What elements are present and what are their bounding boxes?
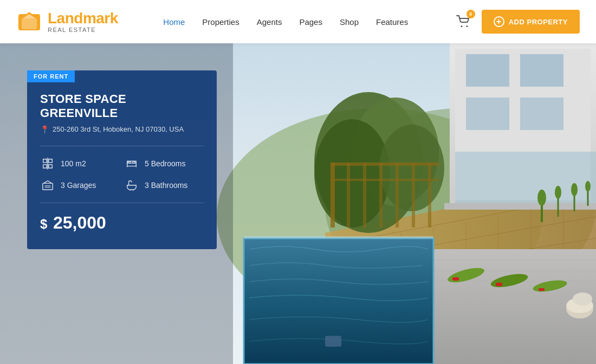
logo-subtitle: Real Estate xyxy=(48,27,118,33)
bath-icon xyxy=(124,178,139,193)
svg-point-6 xyxy=(466,25,468,27)
location-pin-icon: 📍 xyxy=(40,125,49,134)
svg-point-5 xyxy=(461,25,462,27)
spec-bedrooms: 5 Bedrooms xyxy=(124,156,204,171)
cart-badge: 0 xyxy=(467,10,475,18)
svg-rect-38 xyxy=(520,54,563,87)
nav-features[interactable]: Features xyxy=(376,17,408,27)
add-property-button[interactable]: + ADD PROPERTY xyxy=(482,10,580,34)
svg-point-64 xyxy=(573,292,592,306)
svg-rect-34 xyxy=(428,162,431,227)
svg-rect-80 xyxy=(43,183,53,190)
svg-rect-42 xyxy=(444,203,596,210)
property-card: FOR RENT STORE SPACE GREENVILLE 📍 250-26… xyxy=(27,70,217,249)
property-address: 📍 250-260 3rd St, Hoboken, NJ 07030, USA xyxy=(27,125,217,134)
property-price: $ 25,000 xyxy=(27,213,217,233)
nav-pages[interactable]: Pages xyxy=(299,17,322,27)
svg-rect-73 xyxy=(244,236,433,238)
area-icon xyxy=(40,156,55,171)
svg-rect-33 xyxy=(412,162,415,227)
svg-rect-57 xyxy=(452,277,459,281)
nav-actions: 0 + ADD PROPERTY xyxy=(454,10,580,34)
svg-rect-55 xyxy=(325,336,341,347)
svg-rect-61 xyxy=(539,288,545,291)
property-divider-top xyxy=(40,146,204,146)
svg-rect-39 xyxy=(466,98,509,130)
svg-rect-30 xyxy=(363,162,366,227)
plus-circle-icon: + xyxy=(494,16,504,27)
spec-bathrooms: 3 Bathrooms xyxy=(124,178,204,193)
svg-point-70 xyxy=(571,183,578,196)
svg-rect-77 xyxy=(133,161,135,163)
svg-rect-40 xyxy=(520,98,563,130)
property-divider-bottom xyxy=(40,203,204,203)
property-status-badge: FOR RENT xyxy=(27,70,75,82)
property-specs: 100 m2 5 Bedrooms xyxy=(27,156,217,193)
spec-garages: 3 Garages xyxy=(40,178,120,193)
nav-properties[interactable]: Properties xyxy=(202,17,239,27)
main-nav: Home Properties Agents Pages Shop Featur… xyxy=(163,17,408,27)
logo[interactable]: Landmark Real Estate xyxy=(16,9,118,35)
svg-rect-32 xyxy=(396,162,399,227)
logo-text: Landmark Real Estate xyxy=(48,10,118,34)
svg-rect-26 xyxy=(331,162,335,227)
garage-icon xyxy=(40,178,55,193)
svg-point-68 xyxy=(555,186,561,199)
bed-icon xyxy=(124,156,139,171)
svg-rect-37 xyxy=(466,54,509,87)
nav-agents[interactable]: Agents xyxy=(257,17,282,27)
spec-area: 100 m2 xyxy=(40,156,120,171)
cart-button[interactable]: 0 xyxy=(454,12,473,31)
property-title: STORE SPACE GREENVILLE xyxy=(27,92,217,121)
svg-point-24 xyxy=(314,119,390,227)
svg-rect-3 xyxy=(22,18,37,29)
header: Landmark Real Estate Home Properties Age… xyxy=(0,0,596,43)
nav-home[interactable]: Home xyxy=(163,17,185,27)
svg-rect-31 xyxy=(379,162,383,227)
svg-rect-76 xyxy=(128,161,131,163)
svg-point-66 xyxy=(537,190,546,206)
svg-rect-59 xyxy=(496,283,502,286)
hero-section: FOR RENT STORE SPACE GREENVILLE 📍 250-26… xyxy=(0,43,596,364)
logo-icon xyxy=(16,9,42,35)
logo-name: Landmark xyxy=(48,10,118,27)
nav-shop[interactable]: Shop xyxy=(340,17,359,27)
svg-rect-29 xyxy=(347,162,350,227)
svg-point-72 xyxy=(585,181,591,192)
